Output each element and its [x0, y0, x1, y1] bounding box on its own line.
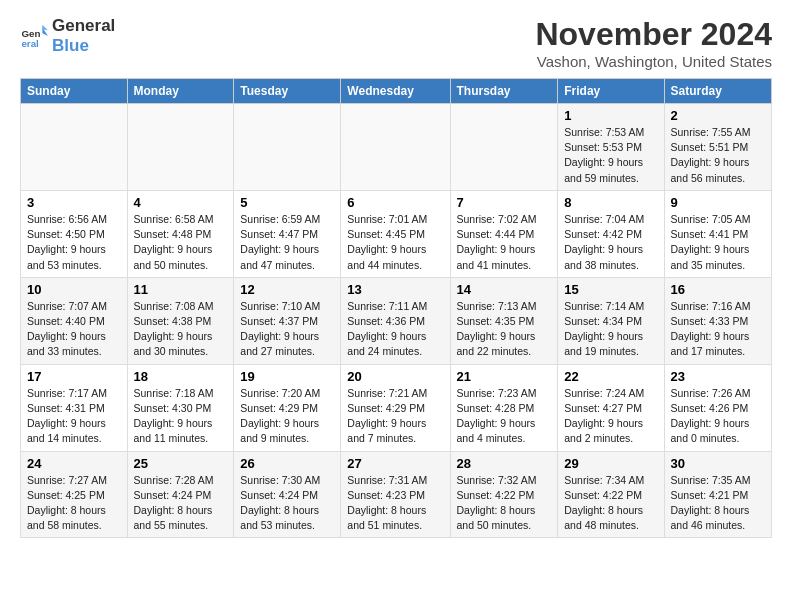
- day-number: 5: [240, 195, 334, 210]
- week-row-1: 1Sunrise: 7:53 AM Sunset: 5:53 PM Daylig…: [21, 104, 772, 191]
- day-number: 30: [671, 456, 765, 471]
- day-cell: [450, 104, 558, 191]
- day-info: Sunrise: 7:07 AM Sunset: 4:40 PM Dayligh…: [27, 299, 121, 360]
- day-cell: 18Sunrise: 7:18 AM Sunset: 4:30 PM Dayli…: [127, 364, 234, 451]
- day-cell: 28Sunrise: 7:32 AM Sunset: 4:22 PM Dayli…: [450, 451, 558, 538]
- day-info: Sunrise: 7:24 AM Sunset: 4:27 PM Dayligh…: [564, 386, 657, 447]
- day-number: 22: [564, 369, 657, 384]
- day-info: Sunrise: 6:58 AM Sunset: 4:48 PM Dayligh…: [134, 212, 228, 273]
- day-cell: 15Sunrise: 7:14 AM Sunset: 4:34 PM Dayli…: [558, 277, 664, 364]
- week-row-3: 10Sunrise: 7:07 AM Sunset: 4:40 PM Dayli…: [21, 277, 772, 364]
- day-info: Sunrise: 7:13 AM Sunset: 4:35 PM Dayligh…: [457, 299, 552, 360]
- day-info: Sunrise: 7:17 AM Sunset: 4:31 PM Dayligh…: [27, 386, 121, 447]
- day-number: 1: [564, 108, 657, 123]
- week-row-5: 24Sunrise: 7:27 AM Sunset: 4:25 PM Dayli…: [21, 451, 772, 538]
- week-row-2: 3Sunrise: 6:56 AM Sunset: 4:50 PM Daylig…: [21, 190, 772, 277]
- day-info: Sunrise: 7:18 AM Sunset: 4:30 PM Dayligh…: [134, 386, 228, 447]
- day-info: Sunrise: 7:53 AM Sunset: 5:53 PM Dayligh…: [564, 125, 657, 186]
- col-header-wednesday: Wednesday: [341, 79, 450, 104]
- day-cell: 24Sunrise: 7:27 AM Sunset: 4:25 PM Dayli…: [21, 451, 128, 538]
- day-info: Sunrise: 7:10 AM Sunset: 4:37 PM Dayligh…: [240, 299, 334, 360]
- day-cell: 27Sunrise: 7:31 AM Sunset: 4:23 PM Dayli…: [341, 451, 450, 538]
- day-number: 7: [457, 195, 552, 210]
- day-cell: [341, 104, 450, 191]
- week-row-4: 17Sunrise: 7:17 AM Sunset: 4:31 PM Dayli…: [21, 364, 772, 451]
- day-info: Sunrise: 7:28 AM Sunset: 4:24 PM Dayligh…: [134, 473, 228, 534]
- svg-text:eral: eral: [21, 39, 39, 50]
- day-info: Sunrise: 7:08 AM Sunset: 4:38 PM Dayligh…: [134, 299, 228, 360]
- day-number: 4: [134, 195, 228, 210]
- day-number: 20: [347, 369, 443, 384]
- day-number: 26: [240, 456, 334, 471]
- calendar-header-row: SundayMondayTuesdayWednesdayThursdayFrid…: [21, 79, 772, 104]
- day-number: 13: [347, 282, 443, 297]
- col-header-tuesday: Tuesday: [234, 79, 341, 104]
- day-cell: 14Sunrise: 7:13 AM Sunset: 4:35 PM Dayli…: [450, 277, 558, 364]
- day-number: 25: [134, 456, 228, 471]
- day-info: Sunrise: 7:23 AM Sunset: 4:28 PM Dayligh…: [457, 386, 552, 447]
- day-cell: 12Sunrise: 7:10 AM Sunset: 4:37 PM Dayli…: [234, 277, 341, 364]
- col-header-monday: Monday: [127, 79, 234, 104]
- day-cell: 25Sunrise: 7:28 AM Sunset: 4:24 PM Dayli…: [127, 451, 234, 538]
- col-header-friday: Friday: [558, 79, 664, 104]
- day-cell: [21, 104, 128, 191]
- title-block: November 2024 Vashon, Washington, United…: [535, 16, 772, 70]
- day-info: Sunrise: 7:21 AM Sunset: 4:29 PM Dayligh…: [347, 386, 443, 447]
- day-cell: 30Sunrise: 7:35 AM Sunset: 4:21 PM Dayli…: [664, 451, 771, 538]
- day-info: Sunrise: 7:27 AM Sunset: 4:25 PM Dayligh…: [27, 473, 121, 534]
- day-info: Sunrise: 7:01 AM Sunset: 4:45 PM Dayligh…: [347, 212, 443, 273]
- day-info: Sunrise: 7:30 AM Sunset: 4:24 PM Dayligh…: [240, 473, 334, 534]
- day-cell: 4Sunrise: 6:58 AM Sunset: 4:48 PM Daylig…: [127, 190, 234, 277]
- logo-line1: General: [52, 16, 115, 36]
- day-info: Sunrise: 7:32 AM Sunset: 4:22 PM Dayligh…: [457, 473, 552, 534]
- day-number: 9: [671, 195, 765, 210]
- day-number: 2: [671, 108, 765, 123]
- day-cell: 29Sunrise: 7:34 AM Sunset: 4:22 PM Dayli…: [558, 451, 664, 538]
- col-header-thursday: Thursday: [450, 79, 558, 104]
- day-info: Sunrise: 7:34 AM Sunset: 4:22 PM Dayligh…: [564, 473, 657, 534]
- day-number: 23: [671, 369, 765, 384]
- day-cell: 19Sunrise: 7:20 AM Sunset: 4:29 PM Dayli…: [234, 364, 341, 451]
- day-cell: 26Sunrise: 7:30 AM Sunset: 4:24 PM Dayli…: [234, 451, 341, 538]
- day-number: 8: [564, 195, 657, 210]
- page-header: Gen eral General Blue November 2024 Vash…: [20, 16, 772, 70]
- day-number: 19: [240, 369, 334, 384]
- month-title: November 2024: [535, 16, 772, 53]
- day-cell: 7Sunrise: 7:02 AM Sunset: 4:44 PM Daylig…: [450, 190, 558, 277]
- day-number: 21: [457, 369, 552, 384]
- day-number: 18: [134, 369, 228, 384]
- day-info: Sunrise: 6:59 AM Sunset: 4:47 PM Dayligh…: [240, 212, 334, 273]
- day-info: Sunrise: 7:35 AM Sunset: 4:21 PM Dayligh…: [671, 473, 765, 534]
- day-cell: 5Sunrise: 6:59 AM Sunset: 4:47 PM Daylig…: [234, 190, 341, 277]
- day-cell: 21Sunrise: 7:23 AM Sunset: 4:28 PM Dayli…: [450, 364, 558, 451]
- day-info: Sunrise: 7:16 AM Sunset: 4:33 PM Dayligh…: [671, 299, 765, 360]
- day-number: 27: [347, 456, 443, 471]
- day-info: Sunrise: 7:55 AM Sunset: 5:51 PM Dayligh…: [671, 125, 765, 186]
- day-info: Sunrise: 7:14 AM Sunset: 4:34 PM Dayligh…: [564, 299, 657, 360]
- day-number: 17: [27, 369, 121, 384]
- day-number: 29: [564, 456, 657, 471]
- day-cell: 3Sunrise: 6:56 AM Sunset: 4:50 PM Daylig…: [21, 190, 128, 277]
- day-cell: 20Sunrise: 7:21 AM Sunset: 4:29 PM Dayli…: [341, 364, 450, 451]
- logo-icon: Gen eral: [20, 22, 48, 50]
- day-info: Sunrise: 7:20 AM Sunset: 4:29 PM Dayligh…: [240, 386, 334, 447]
- day-cell: 8Sunrise: 7:04 AM Sunset: 4:42 PM Daylig…: [558, 190, 664, 277]
- day-cell: 1Sunrise: 7:53 AM Sunset: 5:53 PM Daylig…: [558, 104, 664, 191]
- day-number: 11: [134, 282, 228, 297]
- day-cell: 17Sunrise: 7:17 AM Sunset: 4:31 PM Dayli…: [21, 364, 128, 451]
- day-cell: 10Sunrise: 7:07 AM Sunset: 4:40 PM Dayli…: [21, 277, 128, 364]
- day-cell: 9Sunrise: 7:05 AM Sunset: 4:41 PM Daylig…: [664, 190, 771, 277]
- day-number: 16: [671, 282, 765, 297]
- day-cell: 22Sunrise: 7:24 AM Sunset: 4:27 PM Dayli…: [558, 364, 664, 451]
- col-header-sunday: Sunday: [21, 79, 128, 104]
- day-info: Sunrise: 6:56 AM Sunset: 4:50 PM Dayligh…: [27, 212, 121, 273]
- day-info: Sunrise: 7:05 AM Sunset: 4:41 PM Dayligh…: [671, 212, 765, 273]
- day-number: 28: [457, 456, 552, 471]
- day-cell: 2Sunrise: 7:55 AM Sunset: 5:51 PM Daylig…: [664, 104, 771, 191]
- day-number: 12: [240, 282, 334, 297]
- day-info: Sunrise: 7:31 AM Sunset: 4:23 PM Dayligh…: [347, 473, 443, 534]
- day-info: Sunrise: 7:04 AM Sunset: 4:42 PM Dayligh…: [564, 212, 657, 273]
- logo-line2: Blue: [52, 36, 115, 56]
- day-number: 14: [457, 282, 552, 297]
- day-number: 3: [27, 195, 121, 210]
